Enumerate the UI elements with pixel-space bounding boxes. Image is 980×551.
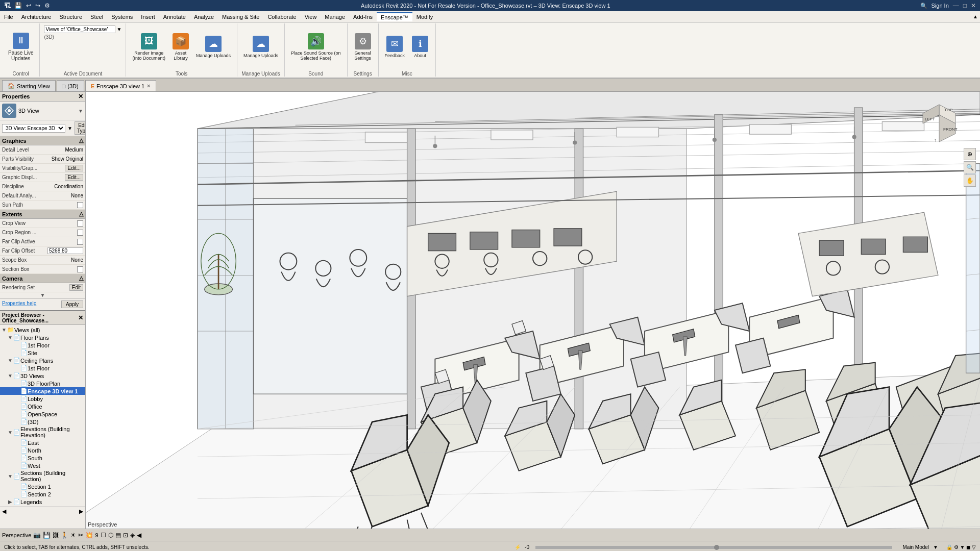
menu-view[interactable]: View <box>301 13 321 21</box>
menu-massing[interactable]: Massing & Site <box>218 13 263 21</box>
camera-section-header[interactable]: Camera △ <box>0 274 85 283</box>
tree-3d-views[interactable]: ▼ 📄 3D Views <box>0 372 85 380</box>
render-icon-small[interactable]: 🖼 <box>53 532 59 539</box>
place-sound-btn[interactable]: 🔊 Place Sound Source (onSelected Face) <box>289 32 343 62</box>
menu-annotate[interactable]: Annotate <box>159 13 190 21</box>
menu-analyze[interactable]: Analyze <box>190 13 218 21</box>
pause-live-updates-btn[interactable]: ⏸ Pause LiveUpdates <box>6 32 35 62</box>
tree-north[interactable]: 📄 North <box>0 446 85 454</box>
render-image-btn[interactable]: 🖼 Render Image(Into Document) <box>130 32 167 62</box>
menu-insert[interactable]: Insert <box>137 13 159 21</box>
pb-right-arrow[interactable]: ▶ <box>79 508 83 515</box>
section-box-toolbar[interactable]: ⊡ <box>123 532 128 539</box>
tree-ceiling-plans[interactable]: ▼ 📄 Ceiling Plans <box>0 357 85 364</box>
arrow-left-nav[interactable]: ◀ <box>137 532 141 539</box>
crop-icon[interactable]: ✂ <box>78 532 83 539</box>
tree-west[interactable]: 📄 West <box>0 462 85 469</box>
3d-tab[interactable]: □ (3D) <box>57 80 84 91</box>
pb-left-arrow[interactable]: ◀ <box>2 508 6 515</box>
active-doc-dropdown[interactable]: ▼ <box>116 27 121 32</box>
starting-view-tab[interactable]: 🏠 Starting View <box>2 80 56 91</box>
view-cube[interactable]: TOP FRONT LEFT ↑ <box>919 102 960 143</box>
tree-views-all[interactable]: ▼ 📁 Views (all) <box>0 326 85 334</box>
apply-btn[interactable]: Apply <box>61 300 83 308</box>
menu-file[interactable]: File <box>0 13 17 21</box>
tree-south[interactable]: 📄 South <box>0 454 85 462</box>
quick-save[interactable]: 💾 <box>13 2 23 10</box>
view-modes[interactable]: ☐ <box>101 532 106 539</box>
about-btn[interactable]: ℹ About <box>409 35 431 59</box>
menu-modify[interactable]: Modify <box>412 13 437 21</box>
save-view-icon[interactable]: 💾 <box>43 532 51 539</box>
quick-redo[interactable]: ↪ <box>34 2 41 10</box>
appearance-settings[interactable]: ◈ <box>130 532 135 539</box>
camera-icon[interactable]: 📷 <box>33 532 41 539</box>
tree-legends[interactable]: ▶ 📄 Legends <box>0 498 85 506</box>
status-icon-5[interactable]: ▽ <box>972 544 976 550</box>
maximize-btn[interactable]: □ <box>963 2 967 9</box>
crop-view-checkbox[interactable] <box>77 220 83 227</box>
tree-ceiling-1st-floor[interactable]: 📄 1st Floor <box>0 364 85 372</box>
menu-collaborate[interactable]: Collaborate <box>263 13 300 21</box>
menu-architecture[interactable]: Architecture <box>17 13 56 21</box>
tree-3d[interactable]: 📄 (3D) <box>0 418 85 425</box>
sun-path-checkbox[interactable] <box>77 202 83 208</box>
quick-settings[interactable]: ⚙ <box>43 2 51 10</box>
status-icon-1[interactable]: 🔒 <box>946 544 952 550</box>
enscape-3d-view-tab[interactable]: E Enscape 3D view 1 ✕ <box>85 80 157 91</box>
menu-addins[interactable]: Add-Ins <box>349 13 377 21</box>
tree-lobby[interactable]: 📄 Lobby <box>0 395 85 403</box>
crop-region-checkbox[interactable] <box>77 230 83 236</box>
graphic-display-edit-btn[interactable]: Edit... <box>65 174 83 181</box>
shadows-icon[interactable]: ☀ <box>70 532 76 539</box>
pan-btn[interactable]: ✋ <box>964 174 976 187</box>
view-type-dropdown[interactable]: ▼ <box>78 108 83 114</box>
feedback-btn[interactable]: ✉ Feedback <box>383 35 407 59</box>
scale-bar[interactable] <box>535 546 892 549</box>
tree-sections[interactable]: ▼ 📄 Sections (Building Section) <box>0 469 85 483</box>
tree-openspace[interactable]: 📄 OpenSpace <box>0 410 85 418</box>
ribbon-expand-btn[interactable]: ▲ <box>971 14 980 19</box>
tree-3d-floorplan[interactable]: 📄 3D FloorPlan <box>0 380 85 387</box>
menu-systems[interactable]: Systems <box>107 13 137 21</box>
menu-steel[interactable]: Steel <box>86 13 107 21</box>
tree-office[interactable]: 📄 Office <box>0 403 85 410</box>
visibility-edit-btn[interactable]: Edit... <box>65 165 83 171</box>
tree-section1[interactable]: 📄 Section 1 <box>0 483 85 490</box>
general-settings-btn[interactable]: ⚙ GeneralSettings <box>352 32 374 62</box>
status-icon-2[interactable]: ⚙ <box>954 544 959 550</box>
extents-section-header[interactable]: Extents △ <box>0 210 85 219</box>
tree-enscape-3d-view-1[interactable]: 📄 Enscape 3D view 1 <box>0 387 85 395</box>
menu-enscape[interactable]: Enscape™ <box>377 12 412 21</box>
signin-btn[interactable]: Sign In <box>932 3 949 9</box>
properties-help-link[interactable]: Properties help <box>2 300 36 308</box>
quick-undo[interactable]: ↩ <box>25 2 32 10</box>
manage-uploads-btn[interactable]: ☁ Manage Uploads <box>194 35 233 59</box>
tree-section2[interactable]: 📄 Section 2 <box>0 490 85 498</box>
properties-close-btn[interactable]: ✕ <box>78 93 83 100</box>
manage-uploads-2-btn[interactable]: ☁ Manage Uploads <box>241 35 280 59</box>
menu-structure[interactable]: Structure <box>55 13 86 21</box>
tree-east[interactable]: 📄 East <box>0 439 85 446</box>
walkthrough-icon[interactable]: 🚶 <box>61 532 68 539</box>
display-model[interactable]: ⬡ <box>108 532 113 539</box>
view-selector[interactable]: 3D View: Enscape 3D <box>2 124 65 133</box>
view-model-dropdown[interactable]: ▼ <box>933 544 938 550</box>
view-selector-dropdown[interactable]: ▼ <box>67 126 72 131</box>
scale-handle[interactable] <box>714 545 719 550</box>
menu-manage[interactable]: Manage <box>321 13 349 21</box>
tree-1st-floor-plan[interactable]: 📄 1st Floor <box>0 341 85 349</box>
scroll-down-arrow[interactable]: ▼ <box>0 292 85 298</box>
edit-type-btn[interactable]: Edit Type <box>75 121 86 135</box>
active-doc-input[interactable] <box>44 26 115 33</box>
tree-floor-plans[interactable]: ▼ 📄 Floor Plans <box>0 334 85 341</box>
viewport[interactable]: TOP FRONT LEFT ↑ ⊕ 🔍 ✋ Perspective <box>86 92 980 529</box>
asset-library-btn[interactable]: 📦 AssetLibrary <box>169 32 192 62</box>
tree-elevations[interactable]: ▼ 📄 Elevations (Building Elevation) <box>0 425 85 439</box>
close-btn[interactable]: ✕ <box>971 2 976 9</box>
minimize-btn[interactable]: — <box>953 2 959 9</box>
explode-icon[interactable]: 💥 <box>85 532 93 539</box>
far-clip-offset-input[interactable] <box>47 247 83 254</box>
enscape-tab-close[interactable]: ✕ <box>146 83 151 89</box>
section-box-checkbox[interactable] <box>77 266 83 272</box>
